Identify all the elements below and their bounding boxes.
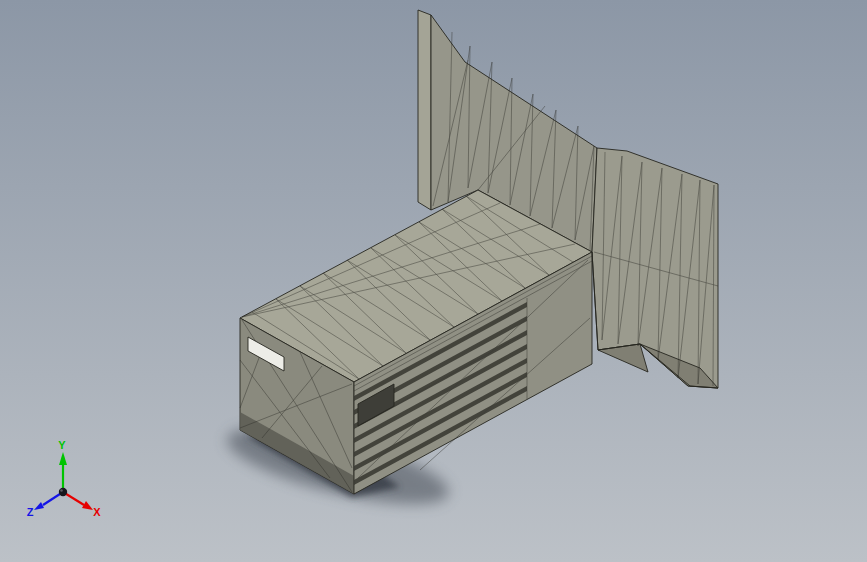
z-axis-label: Z [27,506,34,518]
triad-origin-highlight [60,489,63,492]
y-axis-label: Y [58,439,66,451]
cad-viewport[interactable]: Y X Z [0,0,867,562]
model-fin-edge-strip[interactable] [418,10,431,210]
triad-origin-sphere [59,488,67,496]
viewport-canvas[interactable]: Y X Z [0,0,867,562]
x-axis-label: X [93,506,101,518]
